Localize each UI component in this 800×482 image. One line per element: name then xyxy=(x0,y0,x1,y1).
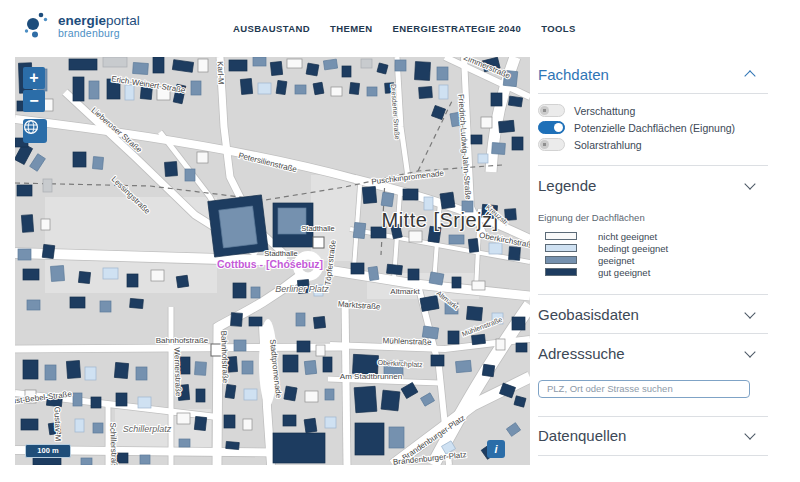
chevron-down-icon xyxy=(744,346,755,357)
map-label-street: Mühlenstraße xyxy=(382,336,432,347)
logo-title-light: portal xyxy=(106,13,140,28)
chevron-down-icon xyxy=(744,428,755,439)
legend-row: nicht geeignet xyxy=(538,230,768,242)
logo-subtitle: brandenburg xyxy=(58,28,140,39)
map-label-district: Mitte [Srjejź] xyxy=(381,209,498,231)
toggle-switch-off[interactable] xyxy=(538,104,565,117)
zoom-in-button[interactable]: + xyxy=(23,67,45,89)
map-label-poi: Stadthalle xyxy=(264,249,297,258)
map-canvas[interactable]: Erich-Weinert-StraßeLieberoser StraßeLes… xyxy=(15,57,530,465)
section-title: Geobasisdaten xyxy=(538,306,639,323)
chevron-down-icon xyxy=(744,178,755,189)
toggle-label: Verschattung xyxy=(574,105,635,117)
divider xyxy=(538,455,768,456)
section-header-legende[interactable]: Legende xyxy=(538,168,768,202)
section-header-adresssuche[interactable]: Adresssuche xyxy=(538,336,768,370)
toggle-switch-on[interactable] xyxy=(538,121,565,134)
divider xyxy=(538,416,768,417)
scale-bar: 100 m xyxy=(25,444,71,458)
map-label-street: Altmarkt xyxy=(390,287,420,296)
legend-heading: Eignung der Dachflächen xyxy=(538,212,768,223)
legend-swatch xyxy=(545,244,577,252)
logo-dots-icon xyxy=(24,10,50,40)
nav-item-themen[interactable]: THEMEN xyxy=(330,23,373,34)
toggle-knob xyxy=(554,123,563,132)
divider xyxy=(538,333,768,334)
legend-label: nicht geeignet xyxy=(598,231,657,242)
map-label-street: Wernerstraße xyxy=(172,347,183,397)
chevron-up-icon xyxy=(744,70,755,81)
section-title: Legende xyxy=(538,177,596,194)
section-title: Adresssuche xyxy=(538,345,625,362)
section-header-geobasisdaten[interactable]: Geobasisdaten xyxy=(538,297,768,331)
sidebar: Fachdaten VerschattungPotenzielle Dachfl… xyxy=(538,57,768,458)
toggle-label: Solarstrahlung xyxy=(574,139,642,151)
divider xyxy=(538,294,768,295)
layer-toggle-row: Potenzielle Dachflächen (Eignung) xyxy=(538,119,768,136)
main-nav: AUSBAUSTANDTHEMENENERGIESTRATEGIE 2040TO… xyxy=(233,0,576,57)
legend-swatch xyxy=(545,232,577,240)
legend-swatch xyxy=(545,256,577,264)
legend-label: geeignet xyxy=(598,255,634,266)
legend-row: bedingt geeignet xyxy=(538,242,768,254)
app-logo[interactable]: energieportal brandenburg xyxy=(24,10,140,40)
nav-item-ausbaustand[interactable]: AUSBAUSTAND xyxy=(233,23,310,34)
legend-rows: nicht geeignetbedingt geeignetgeeignetgu… xyxy=(538,230,768,278)
map-label-street: Bahnhofstraße xyxy=(156,336,209,345)
app-header: energieportal brandenburg AUSBAUSTANDTHE… xyxy=(0,0,800,57)
legend-row: geeignet xyxy=(538,254,768,266)
legend-label: bedingt geeignet xyxy=(598,243,668,254)
toggle-label: Potenzielle Dachflächen (Eignung) xyxy=(574,122,735,134)
layer-toggle-list: VerschattungPotenzielle Dachflächen (Eig… xyxy=(538,96,768,163)
legend-row: gut geeignet xyxy=(538,266,768,278)
map-label-city: Cottbus - [Chóśebuz] xyxy=(217,258,323,270)
toggle-knob xyxy=(540,106,549,115)
legend-block: Eignung der Dachflächen nicht geeignetbe… xyxy=(538,202,768,292)
map-label-street: Am Stadtbrunnen xyxy=(340,372,402,381)
section-header-datenquellen[interactable]: Datenquellen xyxy=(538,419,768,453)
legend-swatch xyxy=(545,268,577,276)
map-label-street: Bahnhofstraße xyxy=(219,331,230,384)
chevron-down-icon xyxy=(744,307,755,318)
zoom-out-button[interactable]: − xyxy=(23,90,45,112)
globe-button[interactable] xyxy=(23,119,47,143)
map-label-poi: Stadthalle xyxy=(301,224,334,233)
map-label-street: Gustav-M xyxy=(52,406,62,441)
logo-title-bold: energie xyxy=(58,13,106,28)
section-header-fachdaten[interactable]: Fachdaten xyxy=(538,57,768,91)
nav-item-tools[interactable]: TOOLS xyxy=(541,23,576,34)
legend-label: gut geeignet xyxy=(598,267,650,278)
globe-icon xyxy=(23,119,39,135)
map-label-street: Karl-M xyxy=(216,61,226,85)
section-title: Datenquellen xyxy=(538,427,626,444)
map-label-street: Schillerstraße xyxy=(108,422,119,465)
map-label-place: Schillerplatz xyxy=(123,424,172,434)
nav-item-energiestrategie-2040[interactable]: ENERGIESTRATEGIE 2040 xyxy=(393,23,522,34)
section-title: Fachdaten xyxy=(538,66,609,83)
layer-toggle-row: Solarstrahlung xyxy=(538,136,768,153)
address-search xyxy=(538,370,768,414)
energieportal-page: energieportal brandenburg AUSBAUSTANDTHE… xyxy=(0,0,800,482)
map-container[interactable]: Erich-Weinert-StraßeLieberoser StraßeLes… xyxy=(15,57,530,465)
toggle-knob xyxy=(540,140,549,149)
logo-text: energieportal brandenburg xyxy=(58,10,140,40)
info-button[interactable]: i xyxy=(487,440,505,458)
divider xyxy=(538,93,768,94)
address-search-input[interactable] xyxy=(538,380,750,398)
layer-toggle-row: Verschattung xyxy=(538,102,768,119)
toggle-switch-off[interactable] xyxy=(538,138,565,151)
map-label-place: Berliner Platz xyxy=(275,284,329,294)
divider xyxy=(538,165,768,166)
